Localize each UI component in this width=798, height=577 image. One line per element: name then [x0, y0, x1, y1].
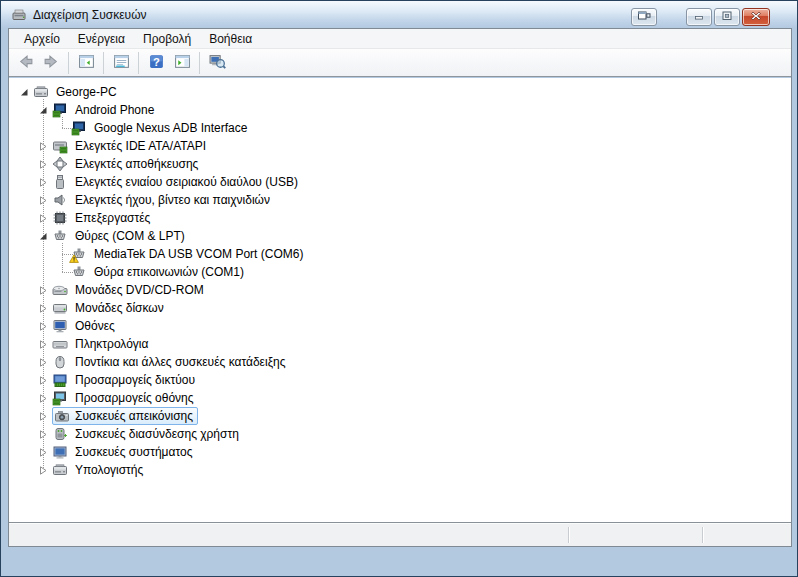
tree-item[interactable]: Θύρα επικοινωνιών (COM1) — [9, 263, 791, 281]
toolbar-separator — [68, 52, 69, 74]
tree-item-label: Ελεγκτές αποθήκευσης — [73, 156, 200, 172]
back-arrow-icon — [17, 53, 34, 73]
collapsed-arrow-icon[interactable] — [36, 319, 50, 333]
tree-item[interactable]: Μονάδες δίσκων — [9, 299, 791, 317]
help-button[interactable]: ? — [144, 51, 168, 75]
forward-button[interactable] — [39, 51, 63, 75]
collapsed-arrow-icon[interactable] — [36, 193, 50, 207]
tree-item-label: Συσκευές διασύνδεσης χρήστη — [73, 426, 241, 442]
tree-item-label: Προσαρμογείς δικτύου — [73, 372, 197, 388]
back-button[interactable] — [13, 51, 37, 75]
tree-item[interactable]: Προσαρμογείς δικτύου — [9, 371, 791, 389]
hid-icon — [52, 426, 68, 442]
tree-item-label: George-PC — [54, 84, 119, 100]
action-pane-button[interactable] — [170, 51, 194, 75]
collapsed-arrow-icon[interactable] — [36, 337, 50, 351]
collapsed-arrow-icon[interactable] — [36, 409, 50, 423]
tree-item-label: Υπολογιστής — [73, 462, 145, 478]
warning-icon — [69, 254, 79, 263]
tree-item[interactable]: George-PC — [9, 83, 791, 101]
tree-item[interactable]: Οθόνες — [9, 317, 791, 335]
menu-bar: ΑρχείοΕνέργειαΠροβολήΒοήθεια — [9, 29, 791, 49]
imaging-device-icon — [54, 408, 70, 424]
tree-item[interactable]: Συσκευές διασύνδεσης χρήστη — [9, 425, 791, 443]
scan-hardware-icon — [209, 53, 226, 73]
tree-item[interactable]: Google Nexus ADB Interface — [9, 119, 791, 137]
tree-item[interactable]: Ελεγκτές ενιαίου σειριακού διαύλου (USB) — [9, 173, 791, 191]
window-title: Διαχείριση Συσκευών — [33, 8, 147, 22]
collapsed-arrow-icon[interactable] — [36, 463, 50, 477]
device-tree[interactable]: George-PCAndroid PhoneGoogle Nexus ADB I… — [9, 78, 791, 522]
port-icon — [52, 228, 68, 244]
port-icon — [71, 246, 87, 262]
collapsed-arrow-icon[interactable] — [36, 355, 50, 369]
collapsed-arrow-icon[interactable] — [36, 175, 50, 189]
mouse-icon — [52, 354, 68, 370]
keyboard-icon — [52, 336, 68, 352]
expanded-arrow-icon[interactable] — [36, 103, 50, 117]
collapsed-arrow-icon[interactable] — [36, 283, 50, 297]
tree-item[interactable]: Θύρες (COM & LPT) — [9, 227, 791, 245]
tree-item[interactable]: Μονάδες DVD/CD-ROM — [9, 281, 791, 299]
selected-item-highlight[interactable]: Συσκευές απεικόνισης — [52, 407, 198, 425]
collapsed-arrow-icon[interactable] — [36, 139, 50, 153]
dvd-drive-icon — [52, 282, 68, 298]
collapsed-arrow-icon[interactable] — [36, 391, 50, 405]
tree-item-label: Θύρα επικοινωνιών (COM1) — [92, 264, 246, 280]
tree-item[interactable]: Προσαρμογείς οθόνης — [9, 389, 791, 407]
tree-item[interactable]: Πληκτρολόγια — [9, 335, 791, 353]
tree-item[interactable]: Android Phone — [9, 101, 791, 119]
toolbar-separator — [103, 52, 104, 74]
device-manager-icon — [11, 7, 27, 23]
tree-item-label: Επεξεργαστές — [73, 210, 152, 226]
menu-file[interactable]: Αρχείο — [15, 30, 69, 48]
action-pane-icon — [174, 53, 191, 73]
maximize-button[interactable] — [714, 8, 740, 26]
collapsed-arrow-icon[interactable] — [36, 157, 50, 171]
tree-item-label: Google Nexus ADB Interface — [92, 120, 249, 136]
properties-button[interactable] — [109, 51, 133, 75]
svg-text:?: ? — [153, 55, 160, 67]
processor-icon — [52, 210, 68, 226]
menu-view[interactable]: Προβολή — [134, 30, 200, 48]
collapsed-arrow-icon[interactable] — [36, 211, 50, 225]
tree-item[interactable]: Ελεγκτές IDE ATA/ATAPI — [9, 137, 791, 155]
minimize-button[interactable] — [686, 8, 712, 26]
close-button[interactable] — [742, 8, 770, 26]
show-console-tree-button[interactable] — [74, 51, 98, 75]
tree-item-label: Μονάδες DVD/CD-ROM — [73, 282, 206, 298]
tree-item[interactable]: MediaTek DA USB VCOM Port (COM6) — [9, 245, 791, 263]
tree-item[interactable]: Συσκευές συστήματος — [9, 443, 791, 461]
tree-item-label: Μονάδες δίσκων — [73, 300, 166, 316]
system-device-icon — [52, 444, 68, 460]
adb-device-icon — [71, 120, 87, 136]
collapsed-arrow-icon[interactable] — [36, 373, 50, 387]
menu-action[interactable]: Ενέργεια — [69, 30, 134, 48]
minimize-icon — [691, 8, 707, 27]
expanded-arrow-icon[interactable] — [36, 229, 50, 243]
port-icon — [71, 264, 87, 280]
scan-hardware-button[interactable] — [205, 51, 229, 75]
tree-item[interactable]: Ελεγκτές ήχου, βίντεο και παιχνιδιών — [9, 191, 791, 209]
tree-item[interactable]: Ελεγκτές αποθήκευσης — [9, 155, 791, 173]
expanded-arrow-icon[interactable] — [17, 85, 31, 99]
tree-item[interactable]: Συσκευές απεικόνισης — [9, 407, 791, 425]
statusbar-divider — [568, 527, 569, 543]
computer-icon — [52, 462, 68, 478]
tree-item[interactable]: Ποντίκια και άλλες συσκευές κατάδειξης — [9, 353, 791, 371]
menu-help[interactable]: Βοήθεια — [200, 30, 261, 48]
tree-item-label: Ελεγκτές ενιαίου σειριακού διαύλου (USB) — [73, 174, 300, 190]
collapsed-arrow-icon[interactable] — [36, 301, 50, 315]
tree-item-label: Συσκευές απεικόνισης — [74, 408, 194, 424]
adb-device-icon — [52, 102, 68, 118]
tree-item[interactable]: Υπολογιστής — [9, 461, 791, 479]
tree-item-label: Συσκευές συστήματος — [73, 444, 194, 460]
help-icon: ? — [148, 53, 165, 73]
child-window-icon — [636, 8, 652, 27]
restore-child-window-button[interactable] — [631, 8, 657, 26]
toolbar-separator — [199, 52, 200, 74]
expander-spacer — [55, 247, 69, 261]
tree-item[interactable]: Επεξεργαστές — [9, 209, 791, 227]
collapsed-arrow-icon[interactable] — [36, 427, 50, 441]
collapsed-arrow-icon[interactable] — [36, 445, 50, 459]
